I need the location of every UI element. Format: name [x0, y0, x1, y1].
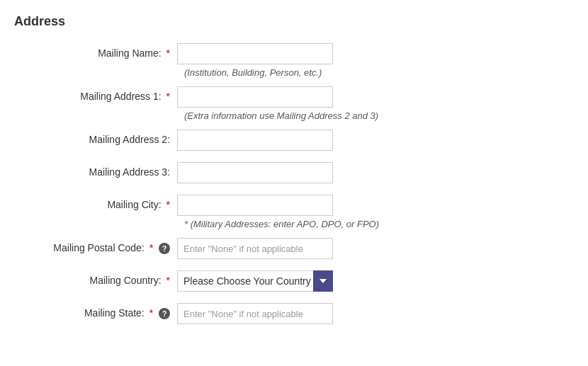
mailing-state-input[interactable] [177, 303, 333, 324]
mailing-address3-row: Mailing Address 3: [14, 162, 574, 183]
mailing-address1-required: * [164, 91, 170, 102]
mailing-country-row: Mailing Country: * Please Choose Your Co… [14, 270, 574, 292]
mailing-address1-hint: (Extra information use Mailing Address 2… [184, 110, 378, 121]
mailing-city-required: * [164, 199, 170, 210]
mailing-address2-row: Mailing Address 2: [14, 130, 574, 151]
mailing-address1-label: Mailing Address 1: * [14, 86, 177, 102]
mailing-address2-label: Mailing Address 2: [14, 130, 177, 145]
mailing-address1-row: Mailing Address 1: * [14, 86, 574, 108]
mailing-country-label: Mailing Country: * [14, 270, 177, 286]
mailing-name-required: * [164, 47, 170, 59]
mailing-name-hint-row: (Institution, Building, Person, etc.) [14, 67, 574, 78]
mailing-postal-input[interactable] [177, 238, 333, 259]
mailing-address3-input[interactable] [177, 162, 333, 183]
section-title: Address [14, 14, 574, 29]
mailing-name-input[interactable] [177, 43, 333, 64]
mailing-postal-required: * [147, 242, 153, 253]
mailing-address3-label: Mailing Address 3: [14, 162, 177, 178]
mailing-postal-label: Mailing Postal Code: * ? [14, 238, 177, 254]
mailing-city-hint-row: * (Military Addresses: enter APO, DPO, o… [14, 219, 574, 229]
mailing-state-label: Mailing State: * ? [14, 303, 177, 319]
mailing-country-required: * [164, 275, 170, 286]
mailing-postal-row: Mailing Postal Code: * ? [14, 238, 574, 259]
mailing-state-required: * [147, 307, 153, 319]
mailing-country-select[interactable]: Please Choose Your Country [177, 270, 333, 292]
mailing-address2-input[interactable] [177, 130, 333, 151]
mailing-city-row: Mailing City: * [14, 195, 574, 216]
mailing-name-row: Mailing Name: * [14, 43, 574, 64]
mailing-postal-help-icon[interactable]: ? [159, 243, 170, 254]
mailing-country-select-wrapper: Please Choose Your Country [177, 270, 333, 292]
address-form: Address Mailing Name: * (Institution, Bu… [14, 14, 574, 324]
mailing-city-label: Mailing City: * [14, 195, 177, 210]
mailing-address1-input[interactable] [177, 86, 333, 108]
mailing-state-row: Mailing State: * ? [14, 303, 574, 324]
mailing-city-input[interactable] [177, 195, 333, 216]
mailing-city-hint: * (Military Addresses: enter APO, DPO, o… [184, 219, 379, 229]
mailing-state-help-icon[interactable]: ? [159, 308, 170, 319]
mailing-name-label: Mailing Name: * [14, 43, 177, 59]
mailing-address1-hint-row: (Extra information use Mailing Address 2… [14, 110, 574, 121]
mailing-name-hint: (Institution, Building, Person, etc.) [184, 67, 322, 78]
